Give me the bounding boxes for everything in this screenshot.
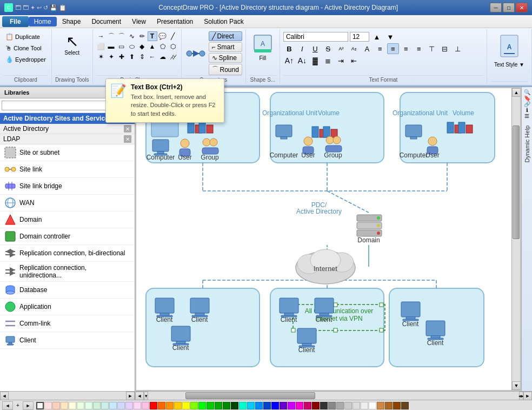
sidebar-scrollbar[interactable]: ◄ ►: [0, 391, 135, 400]
shape-arrow-up[interactable]: ⬆: [127, 52, 137, 62]
shape-star4[interactable]: ✦: [107, 52, 116, 62]
scroll-left-btn[interactable]: ◄: [0, 392, 9, 400]
align-top-button[interactable]: ⊤: [426, 43, 438, 54]
menu-solution-pack[interactable]: Solution Pack: [198, 17, 249, 27]
shape-cloud[interactable]: ☁: [158, 52, 168, 62]
shape-cylinder[interactable]: ⌭: [168, 52, 178, 62]
minimize-button[interactable]: ─: [490, 3, 502, 12]
sidebar-ldap-close[interactable]: ✕: [124, 135, 131, 143]
vertical-scrollbar[interactable]: ▲ ▼: [511, 88, 520, 390]
color-swatch-4[interactable]: [69, 402, 76, 409]
sidebar-item-repl-uni[interactable]: Replication connection, unidirectiona...: [0, 262, 135, 282]
font-size-up-button[interactable]: ▲: [371, 31, 383, 42]
panel-icons-top[interactable]: 🔍🔖🔗ℹ☰: [523, 87, 531, 121]
color-swatch-very-light-grey[interactable]: [353, 402, 360, 409]
color-swatch-darkorange[interactable]: [166, 402, 174, 409]
dynamic-help-label[interactable]: Dynamic Help: [522, 121, 532, 167]
page-add-btn[interactable]: +: [14, 402, 22, 408]
color-swatch-tan[interactable]: [377, 402, 384, 409]
sidebar-item-site-subnet[interactable]: Site or subnet: [0, 144, 135, 161]
indent-button[interactable]: ⇥: [335, 55, 347, 66]
h-scroll-left-btn[interactable]: ◄: [135, 392, 144, 400]
shape-star6[interactable]: ✶: [96, 52, 106, 62]
sidebar-item-site-link-bridge[interactable]: Site link bridge: [0, 178, 135, 195]
shape-rounded-rect[interactable]: ▭: [117, 42, 127, 51]
outdent-button[interactable]: ⇤: [348, 55, 360, 66]
align-left-button[interactable]: ≡: [374, 43, 386, 54]
color-swatch-medium-green[interactable]: [207, 402, 214, 409]
shape-polyline[interactable]: ⌒: [117, 31, 127, 41]
sidebar-item-application[interactable]: Application: [0, 299, 135, 315]
color-swatch-3[interactable]: [61, 402, 68, 409]
page-next-btn[interactable]: ►: [23, 401, 34, 410]
align-center-button[interactable]: ≡: [387, 43, 399, 54]
color-swatch-light-grey[interactable]: [336, 402, 344, 409]
color-swatch-pure-blue[interactable]: [271, 402, 279, 409]
shape-curve[interactable]: ⌒: [107, 31, 116, 41]
text-shrink-button[interactable]: A↓: [296, 55, 308, 66]
color-swatch-magenta[interactable]: [296, 402, 303, 409]
color-swatch-darkest-green[interactable]: [231, 402, 238, 409]
scroll-right-btn[interactable]: ►: [126, 392, 135, 400]
shape-freehand[interactable]: ✏: [137, 31, 147, 41]
eyedropper-button[interactable]: 💧 Eyedropper: [3, 54, 48, 65]
color-swatch-10[interactable]: [117, 402, 125, 409]
shape-pentagon[interactable]: ⬠: [158, 42, 168, 51]
align-bottom-button[interactable]: ⊥: [452, 43, 464, 54]
color-swatch-dark-brown[interactable]: [393, 402, 401, 409]
select-button[interactable]: ↖ Select: [60, 31, 84, 58]
h-scroll-expand-btn[interactable]: ◂▸: [519, 392, 523, 400]
menu-file[interactable]: File: [2, 16, 29, 27]
fill-button[interactable]: A Fill: [249, 31, 276, 64]
sidebar-section-active-directory[interactable]: Active Directory ✕: [0, 124, 135, 134]
no-color-swatch[interactable]: [36, 402, 44, 409]
menu-view[interactable]: View: [127, 17, 151, 27]
color-swatch-11[interactable]: [125, 402, 133, 409]
color-swatch-orange[interactable]: [158, 402, 165, 409]
sidebar-item-domain-controller[interactable]: Domain controller: [0, 228, 135, 245]
color-swatch-red[interactable]: [150, 402, 157, 409]
color-swatch-green[interactable]: [198, 402, 206, 409]
window-controls[interactable]: ─ □ ✕: [490, 3, 528, 12]
h-scroll-right-btn[interactable]: ►: [523, 392, 532, 400]
sidebar-ad-close[interactable]: ✕: [124, 125, 131, 133]
menu-home[interactable]: Home: [29, 17, 57, 27]
h-scroll-thumb[interactable]: [185, 392, 315, 399]
underline-button[interactable]: U: [309, 43, 321, 54]
shape-line[interactable]: ╱: [168, 31, 178, 41]
scroll-up-btn[interactable]: ▲: [512, 88, 521, 97]
color-swatch-6[interactable]: [85, 402, 92, 409]
connector-smart-button[interactable]: ⌐ Smart: [209, 42, 242, 52]
subscript-button[interactable]: A₂: [348, 43, 360, 54]
shape-hexagon[interactable]: ⬡: [168, 42, 178, 51]
font-size-input[interactable]: [350, 32, 369, 42]
sidebar-item-client[interactable]: Client: [0, 332, 135, 349]
color-swatch-violet[interactable]: [280, 402, 287, 409]
connector-spline-button[interactable]: ∿ Spline: [209, 53, 242, 63]
shape-bezier[interactable]: ∿: [127, 31, 137, 41]
shape-arrow-left[interactable]: ←: [148, 52, 157, 62]
color-swatch-darker-green[interactable]: [223, 402, 230, 409]
shape-cross[interactable]: ✚: [117, 52, 127, 62]
color-swatch-blue[interactable]: [255, 402, 263, 409]
sidebar-search-input[interactable]: [2, 101, 121, 110]
text-style-button[interactable]: A Text Style ▼: [490, 31, 528, 70]
color-swatch-cyan-green[interactable]: [239, 402, 247, 409]
close-button[interactable]: ✕: [516, 3, 528, 12]
connector-round-button[interactable]: ⌒ Round: [209, 64, 242, 75]
connector-direct-button[interactable]: ╱ Direct: [209, 31, 242, 41]
color-swatch-dark-grey[interactable]: [320, 402, 328, 409]
shape-callout[interactable]: 💬: [158, 31, 168, 41]
color-swatch-maroon[interactable]: [312, 402, 320, 409]
sidebar-section-ldap[interactable]: LDAP ✕: [0, 134, 135, 144]
shape-arrow-dbl[interactable]: ⇕: [137, 52, 147, 62]
align-right-button[interactable]: ≡: [400, 43, 412, 54]
shape-rect[interactable]: ▬: [107, 42, 116, 51]
sidebar-item-domain[interactable]: Domain: [0, 211, 135, 228]
color-swatch-grey[interactable]: [328, 402, 336, 409]
h-scroll-corner-btn[interactable]: ▾: [144, 392, 148, 400]
color-swatch-1[interactable]: [44, 402, 52, 409]
color-swatch-8[interactable]: [101, 402, 109, 409]
color-swatch-med-blue[interactable]: [263, 402, 271, 409]
menu-shape[interactable]: Shape: [57, 17, 87, 27]
